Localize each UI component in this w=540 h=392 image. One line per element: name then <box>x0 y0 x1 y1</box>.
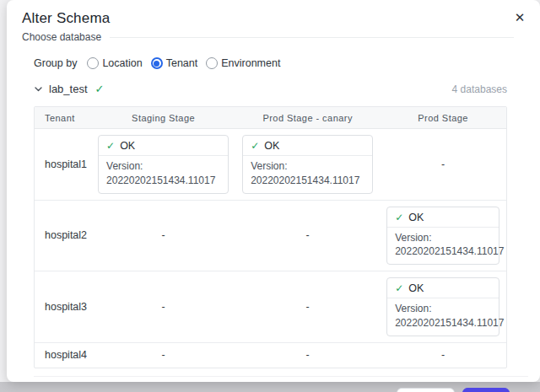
radio-icon-tenant[interactable] <box>151 57 163 69</box>
tenant-cell: hospital3 <box>35 271 91 342</box>
check-icon: ✓ <box>95 83 105 95</box>
radio-option-tenant[interactable]: Tenant <box>151 57 198 69</box>
status-card: ✓ OK Version: 20220202151434.11017 <box>386 277 500 336</box>
stage-cell: ✓ OK Version: 20220202151434.11017 <box>235 129 380 200</box>
version-value: 20220202151434.11017 <box>106 174 220 188</box>
status-card: ✓ OK Version: 20220202151434.11017 <box>242 135 373 194</box>
status-text: OK <box>264 140 279 152</box>
page-title: Alter Schema <box>22 10 525 27</box>
status-card: ✓ OK Version: 20220202151434.11017 <box>386 207 500 266</box>
column-header-canary: Prod Stage - canary <box>235 107 380 129</box>
subtitle-divider <box>110 37 514 38</box>
cancel-button[interactable]: Cancel <box>397 388 455 392</box>
empty-cell: - <box>91 271 235 342</box>
empty-cell: - <box>91 200 235 271</box>
empty-cell: - <box>380 129 506 200</box>
table-row: hospital1 ✓ OK Version: 20220202151434.1… <box>35 129 506 200</box>
empty-cell: - <box>235 271 380 342</box>
table-row: hospital2 - - ✓ OK Version: 202202021514… <box>35 200 506 271</box>
empty-cell: - <box>235 342 380 368</box>
check-icon: ✓ <box>395 282 403 294</box>
version-label: Version: <box>395 302 491 316</box>
version-value: 20220202151434.11017 <box>395 244 491 259</box>
version-label: Version: <box>106 159 220 174</box>
radio-group: Group by Location Tenant Environment <box>34 57 507 69</box>
radio-label: Location <box>102 57 142 69</box>
status-card: ✓ OK Version: 20220202151434.11017 <box>98 135 229 194</box>
check-icon: ✓ <box>395 212 403 223</box>
close-icon: ✕ <box>515 10 526 25</box>
status-text: OK <box>408 282 424 294</box>
status-text: OK <box>408 212 424 223</box>
dialog-body: Group by Location Tenant Environment lab… <box>7 43 540 368</box>
radio-icon-environment[interactable] <box>206 57 218 69</box>
tenant-cell: hospital1 <box>35 129 91 200</box>
column-header-staging: Staging Stage <box>91 107 235 129</box>
empty-cell: - <box>235 200 380 271</box>
radio-icon-location[interactable] <box>87 57 99 69</box>
schema-table: Tenant Staging Stage Prod Stage - canary… <box>34 106 507 368</box>
database-count: 4 databases <box>452 83 507 95</box>
next-button[interactable]: Next <box>462 388 510 392</box>
radio-option-environment[interactable]: Environment <box>206 57 280 69</box>
tenant-cell: hospital2 <box>35 200 91 271</box>
group-by-label: Group by <box>34 57 77 69</box>
status-text: OK <box>120 140 135 152</box>
dialog-subtitle: Choose database <box>22 31 101 43</box>
dialog-header: Alter Schema ✕ Choose database <box>7 0 540 43</box>
table-header-row: Tenant Staging Stage Prod Stage - canary… <box>35 107 506 129</box>
radio-label: Environment <box>221 57 280 69</box>
tenant-cell: hospital4 <box>35 342 91 368</box>
alter-schema-dialog: Alter Schema ✕ Choose database Group by … <box>7 0 540 382</box>
column-header-tenant: Tenant <box>35 107 91 129</box>
version-value: 20220202151434.11017 <box>251 174 364 188</box>
stage-cell: ✓ OK Version: 20220202151434.11017 <box>380 271 506 342</box>
radio-option-location[interactable]: Location <box>87 57 142 69</box>
version-value: 20220202151434.11017 <box>395 316 491 330</box>
empty-cell: - <box>380 342 506 368</box>
empty-cell: - <box>91 342 235 368</box>
database-group-name[interactable]: lab_test <box>49 83 88 95</box>
table-row: hospital3 - - ✓ OK Version: 202202021514… <box>35 271 506 342</box>
check-icon: ✓ <box>251 140 259 152</box>
version-label: Version: <box>395 231 491 245</box>
version-label: Version: <box>251 159 364 174</box>
check-icon: ✓ <box>106 140 115 152</box>
column-header-prod: Prod Stage <box>380 107 506 129</box>
radio-label: Tenant <box>166 57 198 69</box>
stage-cell: ✓ OK Version: 20220202151434.11017 <box>91 129 235 200</box>
database-group-header: lab_test ✓ 4 databases <box>34 83 507 95</box>
chevron-down-icon[interactable] <box>34 84 43 94</box>
stage-cell: ✓ OK Version: 20220202151434.11017 <box>380 200 506 271</box>
dialog-footer: Cancel Next <box>34 376 528 392</box>
close-button[interactable]: ✕ <box>511 9 528 26</box>
table-row: hospital4 - - - <box>35 342 506 368</box>
